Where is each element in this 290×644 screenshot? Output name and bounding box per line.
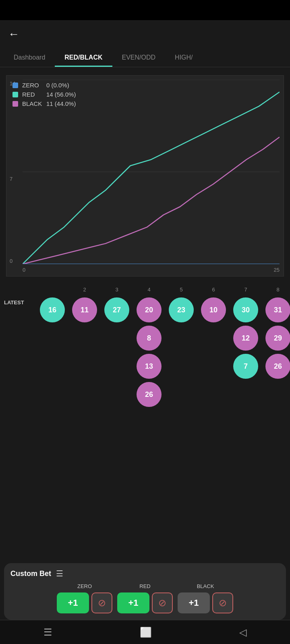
col-4: 4 20 8 13 26 (133, 287, 165, 407)
legend-black-value: 11 (44.0%) (46, 100, 76, 107)
y-label-7: 7 (10, 176, 12, 182)
ball-30: 30 (233, 297, 258, 322)
bet-zero-buttons: +1 ⊘ (57, 592, 112, 613)
tab-red-black[interactable]: RED/BLACK (55, 48, 112, 67)
nav-back-icon[interactable]: ◁ (239, 627, 246, 638)
ball-31: 31 (265, 297, 290, 322)
custom-bet-header: Custom Bet ☰ (10, 569, 280, 578)
legend-red-value: 14 (56.0%) (46, 91, 76, 98)
bet-group-red: RED +1 ⊘ (117, 583, 173, 613)
legend-black: BLACK 11 (44.0%) (12, 100, 76, 107)
bet-red-add[interactable]: +1 (117, 592, 149, 613)
tab-even-odd[interactable]: EVEN/ODD (112, 48, 166, 67)
hamburger-icon[interactable]: ☰ (56, 569, 63, 578)
ball-29: 29 (265, 326, 290, 351)
col-latest: 16 (36, 287, 68, 322)
bet-group-zero: ZERO +1 ⊘ (57, 583, 112, 613)
ball-13: 13 (137, 354, 162, 379)
legend-red-label: RED (22, 91, 46, 98)
col-6: 6 10 (197, 287, 230, 322)
legend-red: RED 14 (56.0%) (12, 91, 76, 98)
legend-zero-value: 0 (0.0%) (46, 82, 69, 89)
ball-16: 16 (40, 297, 65, 322)
bet-black-add[interactable]: +1 (178, 592, 210, 613)
nav-home-icon[interactable]: ⬜ (140, 627, 152, 638)
ball-7: 7 (233, 354, 258, 379)
ball-26a: 26 (137, 382, 162, 407)
ball-26b: 26 (265, 354, 290, 379)
bet-black-buttons: +1 ⊘ (178, 592, 233, 613)
x-label-25: 25 (274, 267, 280, 273)
col-8: 8 31 29 26 (262, 287, 290, 379)
nav-bar: ☰ ⬜ ◁ (0, 620, 290, 644)
legend-zero-label: ZERO (22, 82, 46, 89)
bet-red-buttons: +1 ⊘ (117, 592, 173, 613)
bet-black-cancel[interactable]: ⊘ (212, 592, 233, 613)
back-button[interactable]: ← (8, 28, 19, 41)
custom-bet-bar: Custom Bet ☰ ZERO +1 ⊘ RED +1 ⊘ BLACK +1… (4, 563, 286, 620)
bet-red-cancel[interactable]: ⊘ (152, 592, 173, 613)
bet-black-label: BLACK (185, 583, 226, 589)
ball-20: 20 (137, 297, 162, 322)
nav-menu-icon[interactable]: ☰ (44, 627, 52, 638)
legend-black-color (12, 101, 18, 107)
tab-bar: Dashboard RED/BLACK EVEN/ODD HIGH/ (0, 48, 290, 67)
y-label-0: 0 (10, 258, 12, 264)
bet-zero-add[interactable]: +1 (57, 592, 89, 613)
custom-bet-label: Custom Bet (10, 570, 51, 578)
legend-black-label: BLACK (22, 100, 46, 107)
x-label-0: 0 (23, 267, 25, 273)
tab-dashboard[interactable]: Dashboard (4, 48, 55, 67)
status-bar (0, 0, 290, 20)
col-7: 7 30 12 7 (230, 287, 262, 379)
legend-zero-color (12, 83, 18, 88)
ball-12: 12 (233, 326, 258, 351)
ball-11: 11 (72, 297, 97, 322)
col-2: 2 11 (68, 287, 101, 322)
legend-zero: ZERO 0 (0.0%) (12, 82, 76, 89)
latest-label: LATEST (4, 287, 36, 306)
chart-legend: ZERO 0 (0.0%) RED 14 (56.0%) BLACK 11 (4… (12, 82, 76, 109)
bet-zero-label: ZERO (64, 583, 105, 589)
latest-section: LATEST 16 2 11 3 27 4 20 8 13 26 5 23 (0, 281, 290, 411)
legend-red-color (12, 92, 18, 97)
bet-options: ZERO +1 ⊘ RED +1 ⊘ BLACK +1 ⊘ (10, 583, 280, 613)
ball-8: 8 (137, 326, 162, 351)
bet-group-black: BLACK +1 ⊘ (178, 583, 233, 613)
chart-area: 14 7 0 ZERO 0 (0.0%) RED 14 (56.0%) BLAC… (6, 75, 284, 277)
col-3: 3 27 (101, 287, 133, 322)
ball-10: 10 (201, 297, 226, 322)
tab-high[interactable]: HIGH/ (165, 48, 202, 67)
col-5: 5 23 (165, 287, 197, 322)
bet-red-label: RED (125, 583, 165, 589)
bet-zero-cancel[interactable]: ⊘ (91, 592, 112, 613)
ball-23: 23 (169, 297, 194, 322)
top-nav: ← (0, 20, 290, 48)
ball-27: 27 (104, 297, 129, 322)
